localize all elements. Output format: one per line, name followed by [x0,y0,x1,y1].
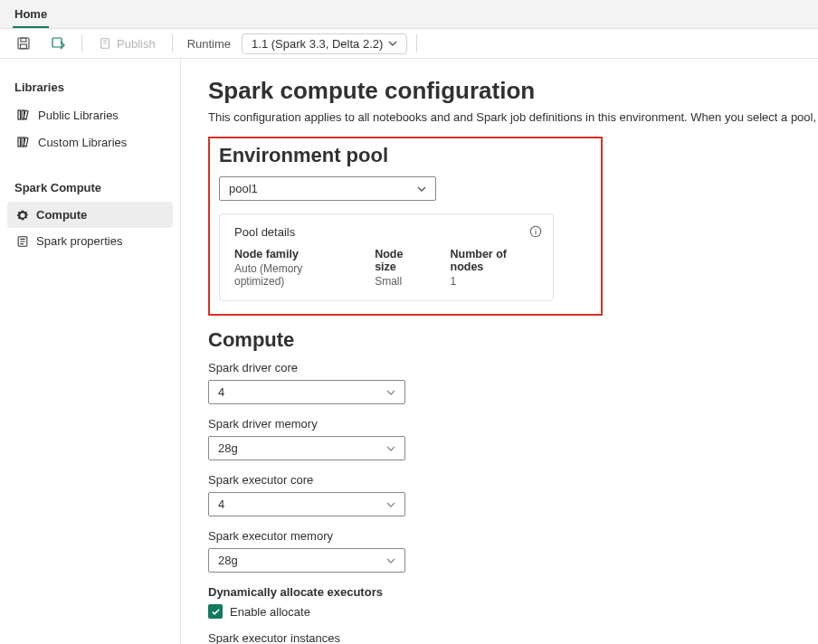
svg-rect-0 [18,38,29,49]
svg-rect-2 [21,44,27,49]
chevron-down-icon [388,39,397,48]
sidebar-item-label: Custom Libraries [38,136,127,149]
sidebar-item-spark-properties[interactable]: Spark properties [7,228,173,254]
runtime-select[interactable]: 1.1 (Spark 3.3, Delta 2.2) [242,33,407,54]
svg-rect-3 [52,38,62,47]
chevron-down-icon [386,444,395,453]
executor-instances-label: Spark executor instances [208,631,818,644]
toolbar-divider [81,34,82,52]
executor-core-value: 4 [218,497,224,511]
save-as-button[interactable] [43,33,72,54]
save-button[interactable] [9,33,38,54]
num-nodes-value: 1 [451,275,539,288]
top-tab-bar: Home [0,0,818,29]
node-size-label: Node size [375,248,424,273]
toolbar: Publish Runtime 1.1 (Spark 3.3, Delta 2.… [0,29,818,59]
sidebar-item-custom-libraries[interactable]: Custom Libraries [7,128,173,156]
save-as-icon [51,36,65,51]
publish-button[interactable]: Publish [91,33,163,54]
page-description: This configuration applies to all notebo… [208,110,818,124]
page-title: Spark compute configuration [208,77,818,105]
node-family-label: Node family [234,248,349,260]
sidebar-heading-spark-compute: Spark Compute [7,175,173,202]
num-nodes-label: Number of nodes [451,248,539,273]
executor-core-label: Spark executor core [208,473,818,487]
svg-rect-5 [18,110,21,119]
publish-icon [99,37,111,50]
toolbar-divider-3 [416,34,417,52]
dyn-alloc-label: Dynamically allocate executors [208,585,818,599]
compute-heading: Compute [208,328,818,352]
pool-select[interactable]: pool1 [219,176,436,201]
runtime-value: 1.1 (Spark 3.3, Delta 2.2) [252,37,383,51]
library-icon [16,135,31,149]
driver-memory-select[interactable]: 28g [208,436,405,460]
enable-allocate-checkbox[interactable] [208,604,223,619]
driver-memory-label: Spark driver memory [208,417,818,431]
runtime-label: Runtime [187,37,231,51]
executor-core-select[interactable]: 4 [208,492,405,516]
driver-core-label: Spark driver core [208,361,818,374]
driver-core-select[interactable]: 4 [208,380,405,404]
driver-memory-value: 28g [218,441,238,455]
pool-details-card: Pool details Node family Auto (Memory op… [219,213,554,301]
executor-memory-label: Spark executor memory [208,529,818,543]
sidebar-item-label: Compute [36,208,87,222]
gear-icon [16,209,29,222]
chevron-down-icon [386,388,395,397]
library-icon [16,108,31,122]
tab-home[interactable]: Home [13,4,49,28]
driver-core-value: 4 [218,385,224,399]
node-size-value: Small [375,275,424,288]
node-family-value: Auto (Memory optimized) [234,262,349,288]
sidebar-item-label: Public Libraries [38,109,119,122]
publish-label: Publish [117,37,156,51]
enable-allocate-label: Enable allocate [230,605,310,619]
svg-rect-1 [21,38,26,42]
sidebar-item-compute[interactable]: Compute [7,202,173,228]
pool-details-heading: Pool details [234,225,538,239]
chevron-down-icon [417,185,426,194]
sidebar-item-public-libraries[interactable]: Public Libraries [7,101,173,128]
executor-memory-select[interactable]: 28g [208,548,405,573]
chevron-down-icon [386,556,395,565]
pool-select-value: pool1 [229,182,258,195]
toolbar-divider-2 [172,34,173,52]
environment-pool-heading: Environment pool [219,144,585,167]
environment-pool-section: Environment pool pool1 Pool details Node… [208,137,603,316]
executor-memory-value: 28g [218,554,238,567]
info-button[interactable] [529,225,542,238]
main-content: Spark compute configuration This configu… [181,59,818,644]
sidebar-item-label: Spark properties [36,234,122,248]
save-icon [16,36,31,51]
chevron-down-icon [386,500,395,509]
sidebar: Libraries Public Libraries Custom Librar… [0,59,181,644]
sidebar-heading-libraries: Libraries [7,75,173,101]
properties-icon [16,235,29,248]
svg-rect-7 [18,137,21,147]
